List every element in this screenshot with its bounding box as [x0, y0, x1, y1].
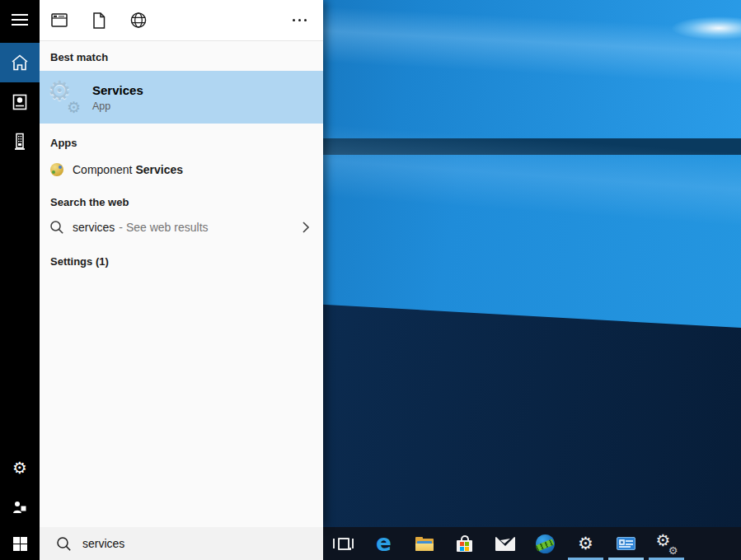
component-services-result[interactable]: ComponentServices: [40, 155, 323, 184]
search-web-header: Search the web: [40, 184, 323, 212]
search-icon: [49, 220, 64, 235]
screen: e: [0, 0, 741, 560]
documents-filter-button[interactable]: [91, 12, 107, 29]
gear-icon: ⚙: [12, 460, 27, 476]
start-button[interactable]: [0, 527, 40, 560]
services-button[interactable]: ⚙ ⚙: [646, 527, 687, 560]
ellipsis-icon: [293, 19, 295, 21]
hamburger-icon: [12, 14, 28, 26]
search-box-icon: [56, 536, 72, 552]
settings-button[interactable]: ⚙: [565, 527, 606, 560]
notebook-icon: [12, 94, 28, 110]
rail-bottom: ⚙: [0, 448, 40, 527]
rail-settings-button[interactable]: ⚙: [0, 448, 40, 488]
result-subtitle: App: [92, 100, 143, 112]
windows-logo-icon: [13, 537, 27, 551]
taskbar-icons: e: [323, 527, 687, 560]
web-filter-icon: [130, 12, 147, 29]
web-search-result[interactable]: services- See web results: [40, 212, 323, 242]
best-match-result[interactable]: ⚙ ⚙ Services App: [40, 71, 323, 124]
rail-notebook-button[interactable]: [0, 82, 40, 122]
search-flyout: Best match ⚙ ⚙ Services App Apps Compone…: [40, 0, 323, 527]
services-app-icon: ⚙ ⚙: [49, 82, 79, 112]
home-icon: [11, 54, 29, 71]
rail-home-button[interactable]: [0, 43, 40, 82]
file-explorer-icon: [415, 537, 434, 551]
edge-button[interactable]: e: [363, 527, 404, 560]
search-input[interactable]: [82, 537, 297, 550]
media-app-button[interactable]: [525, 527, 565, 560]
task-view-icon: [333, 538, 354, 550]
services-gears-icon: ⚙ ⚙: [656, 534, 678, 553]
devices-icon: [13, 133, 26, 151]
rail-devices-button[interactable]: [0, 122, 40, 161]
apps-filter-icon: [51, 13, 68, 27]
rail-menu-button[interactable]: [0, 0, 40, 40]
apps-header: Apps: [40, 124, 323, 155]
store-icon: [457, 535, 473, 552]
web-filter-button[interactable]: [130, 12, 147, 29]
file-explorer-button[interactable]: [404, 527, 444, 560]
edge-icon: e: [376, 532, 392, 555]
mail-icon: [495, 537, 515, 551]
user-accounts-button[interactable]: [606, 527, 646, 560]
rail-feedback-button[interactable]: [0, 488, 40, 527]
store-button[interactable]: [444, 527, 485, 560]
settings-header: Settings (1): [40, 242, 323, 268]
task-view-button[interactable]: [323, 527, 363, 560]
taskbar-search-box[interactable]: [40, 527, 323, 560]
feedback-person-icon: [12, 499, 28, 516]
filter-bar: [40, 0, 323, 41]
best-match-text: Services App: [92, 83, 143, 112]
user-accounts-icon: [617, 537, 635, 550]
result-title: Services: [92, 83, 143, 97]
apps-filter-button[interactable]: [51, 12, 68, 29]
web-search-label: services- See web results: [73, 221, 209, 234]
settings-gear-icon: ⚙: [578, 535, 593, 553]
more-options-button[interactable]: [289, 16, 310, 25]
component-services-label: ComponentServices: [73, 163, 183, 176]
chevron-right-icon[interactable]: [302, 221, 313, 234]
media-app-icon: [536, 534, 555, 553]
component-services-icon: [49, 162, 64, 177]
best-match-header: Best match: [40, 41, 323, 71]
documents-filter-icon: [92, 12, 106, 29]
mail-button[interactable]: [485, 527, 525, 560]
search-rail: ⚙: [0, 0, 40, 527]
